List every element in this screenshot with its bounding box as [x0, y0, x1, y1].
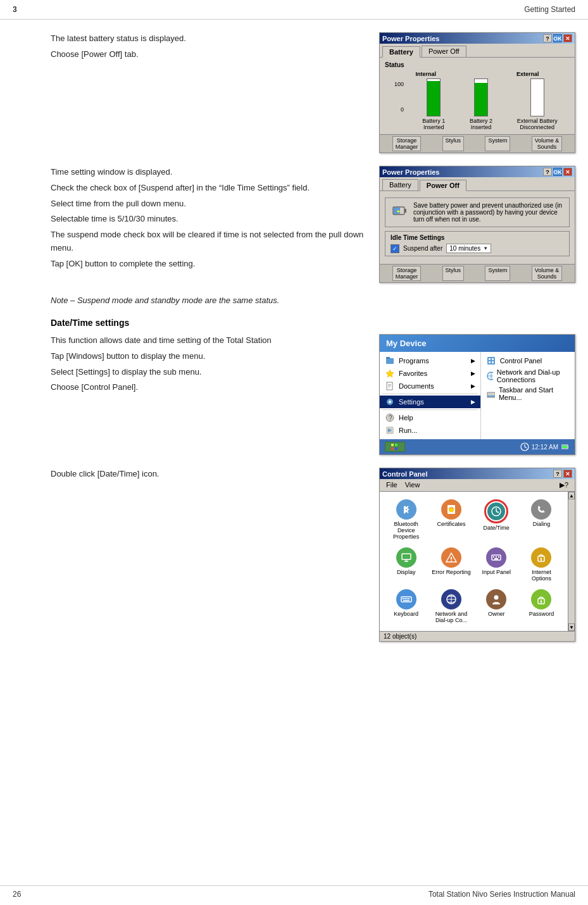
section-idle-time: Time setting window is displayed. Check …: [51, 166, 575, 283]
win2-help-btn[interactable]: ?: [543, 168, 552, 176]
menu-item-settings[interactable]: Settings ▶: [380, 396, 480, 408]
help-icon: ?: [385, 413, 395, 423]
text-select-time: Select time from the pull down menu.: [51, 197, 366, 211]
text-check-suspend: Check the check box of [Suspend after] i…: [51, 182, 366, 195]
display-label: Display: [397, 569, 416, 575]
battery-taskbar-icon: [561, 442, 570, 451]
win1-ok-btn[interactable]: OK: [553, 34, 562, 42]
tab-storage2[interactable]: StorageManager: [392, 266, 422, 281]
cp-icon-internet-options[interactable]: Internet Options: [520, 545, 563, 584]
section3-text: This function allows date and time setti…: [51, 334, 366, 455]
win2-titlebar: Power Properties ? OK ✕: [380, 166, 575, 177]
cp-icon-display[interactable]: Display: [385, 545, 427, 584]
cp-icon-error-reporting[interactable]: Error Reporting: [430, 545, 472, 584]
control-panel-icon: [486, 356, 496, 366]
cp-icon-input-panel[interactable]: Input Panel: [475, 545, 518, 584]
tab-system2[interactable]: System: [485, 266, 510, 281]
cp-icon-password[interactable]: Password: [520, 587, 563, 626]
win2-ok-btn[interactable]: OK: [553, 168, 562, 176]
win1-tab-poweroff[interactable]: Power Off: [422, 46, 466, 57]
section-datetime: This function allows date and time setti…: [51, 334, 575, 455]
network-cp-label: Network and Dial-up Co...: [431, 611, 471, 623]
win2-close-btn[interactable]: ✕: [563, 168, 572, 176]
svg-point-11: [389, 401, 391, 403]
windows-icon: [391, 443, 398, 451]
cp-icon-certificates[interactable]: Certificates: [430, 497, 472, 542]
scroll-track: [568, 499, 575, 623]
submenu-item-control-panel[interactable]: Control Panel: [481, 354, 575, 367]
svg-rect-26: [395, 444, 397, 446]
svg-rect-24: [487, 396, 495, 397]
cp-titlebar: Control Panel ? ✕: [380, 468, 575, 479]
section1-text: The latest battery status is displayed. …: [51, 32, 366, 153]
menu-item-help[interactable]: ? Help: [380, 411, 480, 424]
svg-rect-41: [402, 554, 411, 559]
win1-tab-battery[interactable]: Battery: [382, 46, 420, 58]
start-button[interactable]: [385, 442, 405, 452]
text-tap-ok: Tap [OK] button to complete the setting.: [51, 258, 366, 271]
cp-view-menu[interactable]: View: [401, 480, 424, 490]
tab-storage[interactable]: StorageManager: [392, 136, 422, 151]
power-properties-win1: Power Properties ? OK ✕ Battery Power Of…: [379, 32, 575, 153]
taskbar-icon: [486, 389, 495, 399]
text-suspend-cleared: The suspend mode check box will be clear…: [51, 228, 366, 255]
tab-volume2[interactable]: Volume &Sounds: [532, 266, 563, 281]
menu-image: My Device Programs ▶: [379, 334, 575, 455]
datetime-highlight-circle: [484, 499, 508, 523]
submenu-item-network[interactable]: Network and Dial-up Connections: [481, 367, 575, 385]
menu-item-documents[interactable]: Documents ▶: [380, 380, 480, 392]
idle-dropdown[interactable]: 10 minutes ▼: [446, 244, 491, 253]
cp-icon-dialing[interactable]: Dialing: [520, 497, 563, 542]
win2-title: Power Properties: [382, 168, 439, 176]
cp-icon-keyboard[interactable]: Keyboard: [385, 587, 427, 626]
tab-stylus[interactable]: Stylus: [442, 136, 465, 151]
svg-rect-50: [498, 556, 499, 558]
text-choose-control: Choose [Control Panel].: [51, 381, 366, 394]
menu-item-programs[interactable]: Programs ▶: [380, 354, 480, 367]
cp-icon-owner[interactable]: Owner: [475, 587, 518, 626]
svg-rect-1: [404, 209, 406, 213]
programs-label: Programs: [399, 357, 429, 365]
win1-help-btn[interactable]: ?: [543, 34, 552, 42]
svg-rect-51: [494, 558, 498, 559]
note-text: Note – Suspend mode and standby mode are…: [51, 296, 575, 305]
cp-close-btn[interactable]: ✕: [563, 470, 572, 478]
text-tap-windows: Tap [Windows] button to display the menu…: [51, 350, 366, 363]
cp-icon-datetime[interactable]: Date/Time: [475, 497, 518, 542]
cp-icon-bluetooth[interactable]: Bluetooth Device Properties: [385, 497, 427, 542]
win1-titlebar: Power Properties ? OK ✕: [380, 33, 575, 44]
svg-text:?: ?: [389, 415, 392, 421]
datetime-icon: [487, 502, 505, 520]
menu-item-favorites[interactable]: Favorites ▶: [380, 367, 480, 380]
power-properties-win2: Power Properties ? OK ✕ Battery Power Of…: [379, 166, 575, 283]
tab-volume[interactable]: Volume &Sounds: [532, 136, 563, 151]
suspend-checkbox[interactable]: ✓: [391, 244, 399, 253]
datetime-section: Date/Time settings This function allows …: [51, 318, 575, 642]
tab-stylus2[interactable]: Stylus: [442, 266, 465, 281]
svg-rect-58: [406, 598, 408, 599]
menu-item-run[interactable]: Run...: [380, 424, 480, 437]
win2-tab-battery[interactable]: Battery: [382, 179, 418, 190]
text-selectable-time: Selectable time is 5/10/30 minutes.: [51, 213, 366, 226]
win2-tab-poweroff[interactable]: Power Off: [420, 180, 466, 191]
win1-close-btn[interactable]: ✕: [563, 34, 572, 42]
owner-label: Owner: [488, 611, 505, 617]
text-choose-poweroff: Choose [Power Off] tab.: [51, 48, 366, 61]
svg-point-46: [451, 561, 452, 562]
svg-rect-4: [386, 357, 390, 359]
input-panel-label: Input Panel: [482, 569, 511, 575]
scroll-up-btn[interactable]: ▲: [568, 492, 575, 499]
input-panel-icon: [486, 547, 506, 568]
cp-help-menu[interactable]: ▶?: [556, 480, 572, 490]
submenu-item-taskbar[interactable]: Taskbar and Start Menu...: [481, 385, 575, 403]
cp-file-menu[interactable]: File: [382, 480, 401, 490]
page-footer: 26 Total Station Nivo Series Instruction…: [0, 885, 588, 899]
cp-help-btn[interactable]: ?: [553, 470, 562, 478]
menu-items-area: Programs ▶ Favorites ▶: [380, 352, 575, 439]
svg-rect-59: [408, 598, 410, 599]
win2-body: Save battery power and prevent unauthori…: [380, 191, 575, 264]
tab-system[interactable]: System: [485, 136, 510, 151]
scroll-down-btn[interactable]: ▼: [568, 623, 575, 631]
idle-row: ✓ Suspend after 10 minutes ▼: [391, 244, 564, 253]
cp-icon-network[interactable]: Network and Dial-up Co...: [430, 587, 472, 626]
